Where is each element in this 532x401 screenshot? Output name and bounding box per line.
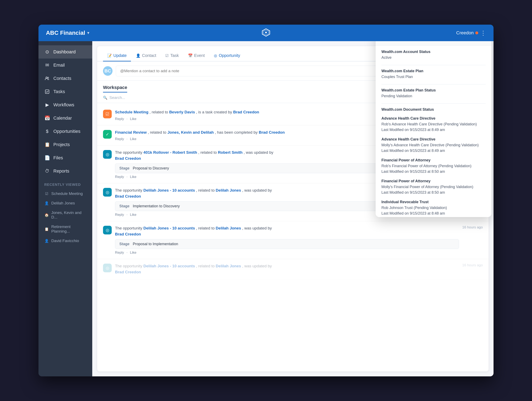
cf-value-fpoa-1: Rob's Financial Power of Attorney (Pendi… <box>381 163 486 174</box>
schedule-meeting-link[interactable]: Schedule Meeting <box>115 110 149 114</box>
dashboard-icon: ⊙ <box>44 49 50 55</box>
reply-action-4[interactable]: Reply <box>115 213 124 217</box>
stage-label-5: Stage <box>119 242 129 246</box>
recent-item-label-schedule: Schedule Meeting <box>51 191 83 196</box>
delilah-jones-link-2[interactable]: Delilah Jones <box>216 226 241 230</box>
recent-item-jones-kevin[interactable]: 🏠 Jones, Kevin and D... <box>38 208 92 222</box>
recent-item-delilah-jones[interactable]: 👤 Delilah Jones <box>38 198 92 208</box>
search-box[interactable]: 🔍 Search... <box>103 95 125 100</box>
like-action-2[interactable]: Like <box>130 137 136 141</box>
brand-name: ABC Financial <box>46 30 85 36</box>
sidebar-item-dashboard[interactable]: ⊙ Dashboard <box>38 45 92 58</box>
activity-time-6: 16 hours ago <box>462 263 483 267</box>
separator-1: · <box>126 117 127 121</box>
project-icon-recent: 📋 <box>44 227 49 231</box>
activity-text-6b: , related to <box>196 264 216 268</box>
like-action-5[interactable]: Like <box>130 251 136 255</box>
more-menu-button[interactable]: ⋮ <box>480 30 486 36</box>
beverly-davis-link[interactable]: Beverly Davis <box>169 110 195 114</box>
cf-value-estate-plan: Couples Trust Plan <box>381 74 486 80</box>
cf-body: Wealth.com Account Status Active Wealth.… <box>376 45 491 217</box>
email-icon: ✉ <box>44 62 50 68</box>
sidebar-label-calendar: Calendar <box>53 115 72 121</box>
sidebar: ⊙ Dashboard ✉ Email Contacts <box>38 41 92 376</box>
tasks-icon <box>44 89 50 95</box>
activity-text-4b: , related to <box>196 188 216 192</box>
delilah-jones-link-1[interactable]: Delilah Jones <box>216 188 241 192</box>
cf-value-irt-1: Rob Johnson Trust (Pending Validation)La… <box>381 205 486 216</box>
sidebar-item-reports[interactable]: ⏱ Reports <box>38 165 92 178</box>
like-action-4[interactable]: Like <box>130 213 136 217</box>
check-icon-recent: ☑ <box>44 191 49 196</box>
tab-opportunity[interactable]: ◎ Opportunity <box>210 50 244 61</box>
user-badge[interactable]: Creedon <box>456 30 478 36</box>
activity-text-6a: The opportunity <box>115 264 143 268</box>
delilah-10-link-3[interactable]: Delilah Jones - 10 accounts <box>143 264 195 268</box>
activity-item-6: ◎ The opportunity Delilah Jones - 10 acc… <box>97 259 488 279</box>
app-container: ABC Financial ▾ Creedon ⋮ ⊙ Dashboard <box>38 25 494 376</box>
activity-icon-2: ✓ <box>103 130 112 139</box>
recent-item-david-f[interactable]: 👤 David Favicchio <box>38 236 92 246</box>
sidebar-label-opportunities: Opportunities <box>53 129 81 134</box>
brad-creedon-link-1[interactable]: Brad Creedon <box>233 110 259 114</box>
activity-icon-4: ◎ <box>103 188 112 197</box>
brad-creedon-link-2[interactable]: Brad Creedon <box>259 130 285 134</box>
sidebar-item-opportunities[interactable]: $ Opportunities <box>38 125 92 138</box>
sidebar-item-files[interactable]: 📄 Files <box>38 151 92 165</box>
financial-review-link[interactable]: Financial Review <box>115 130 147 134</box>
brad-creedon-link-5[interactable]: Brad Creedon <box>115 231 459 237</box>
person-icon-recent-2: 👤 <box>44 239 49 243</box>
activity-content-6: The opportunity Delilah Jones - 10 accou… <box>115 263 459 275</box>
activity-text-5c: , was updated by <box>242 226 272 230</box>
user-avatar: BC <box>103 66 113 76</box>
sidebar-label-reports: Reports <box>53 168 69 174</box>
recent-item-retirement[interactable]: 📋 Retirement Planning... <box>38 222 92 236</box>
event-tab-icon: 📅 <box>188 53 193 58</box>
calendar-icon: 📅 <box>44 115 50 121</box>
tab-update[interactable]: 📝 Update <box>103 50 131 61</box>
reply-action-3[interactable]: Reply <box>115 175 124 179</box>
sidebar-item-calendar[interactable]: 📅 Calendar <box>38 112 92 125</box>
update-tab-icon: 📝 <box>107 53 112 58</box>
tab-contact[interactable]: 👤 Contact <box>132 50 160 61</box>
delilah-10-link-1[interactable]: Delilah Jones - 10 accounts <box>143 188 195 192</box>
delilah-jones-link-3[interactable]: Delilah Jones <box>216 264 241 268</box>
like-action-3[interactable]: Like <box>130 175 136 179</box>
activity-text-3b: , related to <box>198 150 218 155</box>
separator-3: · <box>126 175 127 179</box>
sidebar-item-workflows[interactable]: ▶ Workflows <box>38 98 92 112</box>
cf-label-ahcd-1: Advance Health Care Directive <box>381 116 486 121</box>
activity-text-4a: The opportunity <box>115 188 143 192</box>
sidebar-item-tasks[interactable]: Tasks <box>38 85 92 98</box>
like-action-1[interactable]: Like <box>130 117 136 121</box>
sidebar-label-projects: Projects <box>53 142 70 147</box>
sidebar-label-tasks: Tasks <box>53 89 65 94</box>
stage-label-4: Stage <box>119 204 129 208</box>
tab-task[interactable]: ☑ Task <box>161 50 183 61</box>
rollover-link[interactable]: 401k Rollover - Robert Smith <box>143 150 197 155</box>
sidebar-item-projects[interactable]: 📋 Projects <box>38 138 92 151</box>
activity-text-6c: , was updated by <box>242 264 272 268</box>
robert-smith-link[interactable]: Robert Smith <box>218 150 242 155</box>
sidebar-item-email[interactable]: ✉ Email <box>38 58 92 72</box>
contacts-icon <box>44 76 50 81</box>
sidebar-item-contacts[interactable]: Contacts <box>38 72 92 85</box>
delilah-10-link-2[interactable]: Delilah Jones - 10 accounts <box>143 226 195 230</box>
activity-icon-6: ◎ <box>103 264 112 272</box>
reply-action-1[interactable]: Reply <box>115 117 124 121</box>
brand[interactable]: ABC Financial ▾ <box>46 30 89 36</box>
main-layout: ⊙ Dashboard ✉ Email Contacts <box>38 41 494 376</box>
home-icon-recent: 🏠 <box>44 213 49 217</box>
task-tab-label: Task <box>170 53 179 58</box>
jones-kevin-link[interactable]: Jones, Kevin and Delilah <box>167 130 214 134</box>
activity-text-3a: The opportunity <box>115 150 143 155</box>
brad-creedon-link-6[interactable]: Brad Creedon <box>115 269 459 275</box>
reply-action-5[interactable]: Reply <box>115 251 124 255</box>
activity-icon-5: ◎ <box>103 226 112 235</box>
cf-divider-1 <box>381 65 486 65</box>
activity-text-2b: , has been completed by <box>215 130 259 134</box>
recent-item-schedule-meeting[interactable]: ☑ Schedule Meeting <box>38 189 92 198</box>
reply-action-2[interactable]: Reply <box>115 137 124 141</box>
svg-rect-5 <box>45 90 49 94</box>
tab-event[interactable]: 📅 Event <box>184 50 209 61</box>
